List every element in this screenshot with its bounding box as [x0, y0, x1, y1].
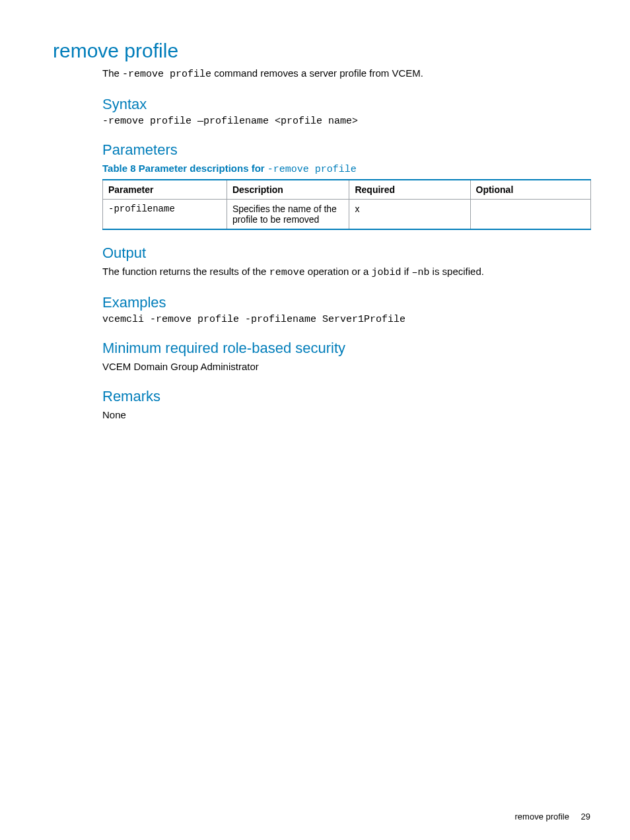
- output-mid1: operation or a: [305, 266, 372, 277]
- output-prefix: The function returns the results of the: [102, 266, 269, 277]
- intro-suffix: command removes a server profile from VC…: [211, 67, 423, 79]
- cell-desc: Specifies the name of the profile to be …: [227, 200, 349, 230]
- content-body: The -remove profile command removes a se…: [102, 66, 590, 422]
- page-title: remove profile: [53, 40, 590, 62]
- output-code3: –nb: [411, 267, 429, 278]
- remarks-heading: Remarks: [102, 388, 590, 405]
- intro-text: The -remove profile command removes a se…: [102, 66, 590, 81]
- col-required: Required: [349, 180, 470, 200]
- security-heading: Minimum required role-based security: [102, 340, 590, 357]
- output-code2: jobid: [372, 267, 402, 278]
- table-title-code: -remove profile: [267, 164, 357, 175]
- examples-heading: Examples: [102, 294, 590, 311]
- parameters-table-title: Table 8 Parameter descriptions for -remo…: [102, 163, 590, 175]
- output-heading: Output: [102, 245, 590, 262]
- output-text: The function returns the results of the …: [102, 264, 590, 280]
- syntax-code: -remove profile —profilename <profile na…: [102, 116, 590, 127]
- syntax-heading: Syntax: [102, 96, 590, 113]
- cell-param: -profilename: [103, 200, 227, 230]
- table-title-prefix: Table 8 Parameter descriptions for: [102, 163, 267, 174]
- cell-required: x: [349, 200, 470, 230]
- security-text: VCEM Domain Group Administrator: [102, 360, 590, 373]
- examples-code: vcemcli -remove profile -profilename Ser…: [102, 314, 590, 325]
- intro-prefix: The: [102, 67, 122, 79]
- output-mid2: if: [402, 266, 412, 277]
- cell-optional: [470, 200, 591, 230]
- table-header-row: Parameter Description Required Optional: [103, 180, 591, 200]
- col-optional: Optional: [470, 180, 591, 200]
- col-parameter: Parameter: [103, 180, 227, 200]
- parameters-heading: Parameters: [102, 141, 590, 159]
- output-code1: remove: [269, 267, 305, 278]
- intro-command: -remove profile: [122, 69, 211, 80]
- parameters-table: Parameter Description Required Optional …: [102, 179, 591, 230]
- remarks-text: None: [102, 408, 590, 422]
- table-row: -profilename Specifies the name of the p…: [103, 200, 591, 230]
- col-description: Description: [227, 180, 349, 200]
- output-suffix: is specified.: [429, 266, 484, 277]
